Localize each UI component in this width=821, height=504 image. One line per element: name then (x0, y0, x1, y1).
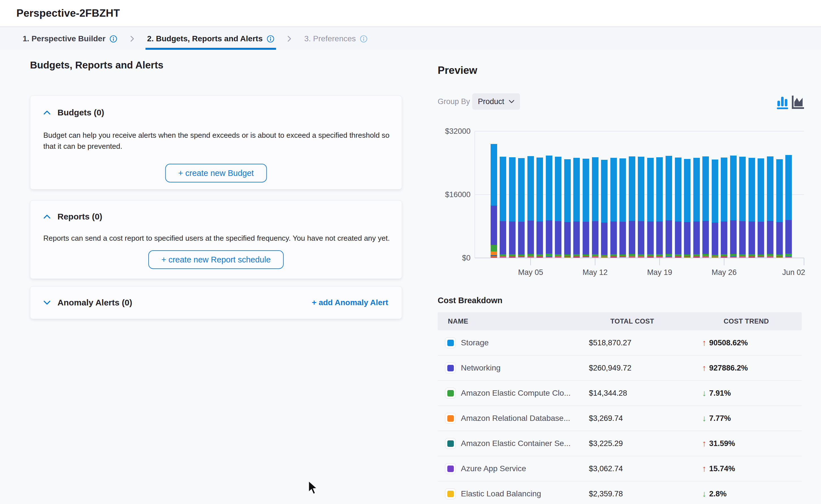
chart-bar-segment[interactable] (739, 257, 746, 257)
chart-bar-segment[interactable] (712, 255, 718, 257)
chart-bar-segment[interactable] (573, 256, 580, 257)
chart-bar-segment[interactable] (582, 255, 589, 256)
chart-bar-segment[interactable] (739, 256, 746, 257)
chart-bar-segment[interactable] (564, 159, 571, 222)
chart-bar-segment[interactable] (749, 257, 755, 257)
chart-bar-segment[interactable] (675, 257, 682, 257)
create-report-schedule-button[interactable]: + create new Report schedule (148, 250, 284, 269)
chart-bar-segment[interactable] (509, 254, 515, 256)
chart-bar-segment[interactable] (684, 222, 691, 255)
chart-bar-segment[interactable] (518, 158, 524, 222)
chart-bar-segment[interactable] (620, 256, 626, 257)
chart-bar-segment[interactable] (712, 256, 718, 257)
chart-bar-segment[interactable] (582, 256, 589, 257)
chart-bar-segment[interactable] (684, 159, 691, 222)
create-budget-button[interactable]: + create new Budget (165, 164, 267, 182)
chart-bar-segment[interactable] (500, 221, 506, 254)
chart-bar-segment[interactable] (721, 158, 727, 221)
chart-bar-segment[interactable] (546, 220, 552, 254)
chart-bar-segment[interactable] (500, 157, 506, 221)
chart-bar-segment[interactable] (592, 256, 598, 257)
chart-bar-segment[interactable] (693, 257, 700, 257)
chart-bar-segment[interactable] (739, 221, 746, 254)
chart-bar-segment[interactable] (758, 255, 764, 256)
chart-bar-segment[interactable] (702, 221, 709, 254)
chart-bar-segment[interactable] (638, 157, 644, 221)
chart-bar-segment[interactable] (509, 257, 515, 257)
chart-bar-segment[interactable] (555, 157, 561, 221)
chart-bar-segment[interactable] (564, 222, 571, 255)
chart-bar-segment[interactable] (758, 257, 764, 257)
chart-bar-segment[interactable] (629, 257, 635, 257)
chart-bar-segment[interactable] (573, 221, 580, 254)
chart-bar-segment[interactable] (656, 157, 663, 221)
chart-bar-segment[interactable] (610, 158, 617, 221)
chart-bar-segment[interactable] (739, 157, 746, 221)
chart-bar-segment[interactable] (638, 256, 644, 257)
chart-bar-segment[interactable] (518, 255, 524, 256)
chart-bar-segment[interactable] (730, 257, 737, 257)
chart-bar-segment[interactable] (749, 257, 755, 257)
chart-bar-segment[interactable] (601, 257, 607, 257)
chart-bar-segment[interactable] (500, 254, 506, 256)
chart-bar-segment[interactable] (656, 221, 663, 254)
chart-bar-segment[interactable] (666, 257, 672, 257)
chart-bar-segment[interactable] (582, 257, 589, 258)
chart-bar-segment[interactable] (592, 157, 598, 221)
chart-bar-segment[interactable] (739, 254, 746, 256)
chart-bar-segment[interactable] (564, 257, 571, 258)
chart-bar-segment[interactable] (500, 256, 506, 257)
chart-bar-segment[interactable] (767, 156, 773, 221)
chart-bar-segment[interactable] (656, 256, 663, 257)
chart-bar-segment[interactable] (610, 257, 617, 257)
chart-bar-segment[interactable] (601, 160, 607, 223)
chart-bar-segment[interactable] (675, 158, 682, 221)
chart-bar-segment[interactable] (582, 257, 589, 257)
chart-bar-segment[interactable] (656, 257, 663, 257)
chart-bar-segment[interactable] (620, 222, 626, 255)
chart-bar-segment[interactable] (730, 254, 737, 256)
chart-bar-segment[interactable] (610, 257, 617, 257)
chart-bar-segment[interactable] (629, 254, 635, 256)
chart-bar-segment[interactable] (546, 257, 552, 257)
chart-bar-segment[interactable] (546, 256, 552, 257)
chart-bar-segment[interactable] (656, 254, 663, 256)
chart-bar-segment[interactable] (638, 221, 644, 254)
chart-bar-segment[interactable] (684, 256, 691, 257)
chart-bar-segment[interactable] (675, 254, 682, 256)
chart-bar-segment[interactable] (785, 220, 792, 254)
chart-bar-segment[interactable] (647, 257, 654, 257)
chart-bar-segment[interactable] (785, 257, 792, 257)
chart-bar-segment[interactable] (666, 156, 672, 221)
chart-bar-segment[interactable] (666, 256, 672, 257)
chart-bar-segment[interactable] (592, 221, 598, 254)
info-icon[interactable] (360, 35, 368, 43)
tab-budgets-reports-alerts[interactable]: 2. Budgets, Reports and Alerts (147, 28, 274, 50)
chart-bar-segment[interactable] (721, 257, 727, 257)
chart-bar-segment[interactable] (776, 256, 783, 257)
chart-bar-segment[interactable] (564, 255, 571, 256)
chart-bar-segment[interactable] (675, 257, 682, 257)
chart-bar-segment[interactable] (527, 256, 534, 257)
chart-bar-segment[interactable] (629, 256, 635, 257)
chart-bar-segment[interactable] (509, 221, 515, 254)
chart-bar-segment[interactable] (647, 254, 654, 256)
chart-bar-segment[interactable] (546, 257, 552, 257)
chart-bar-segment[interactable] (767, 257, 773, 257)
chart-bar-segment[interactable] (749, 221, 755, 254)
chart-bar-segment[interactable] (573, 254, 580, 256)
chart-bar-segment[interactable] (536, 256, 543, 257)
chart-bar-segment[interactable] (693, 158, 700, 221)
chart-bar-segment[interactable] (712, 257, 718, 257)
chart-bar-segment[interactable] (555, 257, 561, 257)
chart-bar-segment[interactable] (509, 257, 515, 257)
chart-bar-segment[interactable] (620, 257, 626, 257)
chart-bar-segment[interactable] (647, 221, 654, 254)
chart-bar-segment[interactable] (555, 221, 561, 254)
chart-bar-segment[interactable] (638, 254, 644, 256)
chart-bar-segment[interactable] (739, 257, 746, 257)
chart-bar-segment[interactable] (527, 257, 534, 257)
chart-bar-segment[interactable] (776, 257, 783, 257)
chart-bar-segment[interactable] (601, 223, 607, 255)
chart-bar-segment[interactable] (573, 257, 580, 257)
